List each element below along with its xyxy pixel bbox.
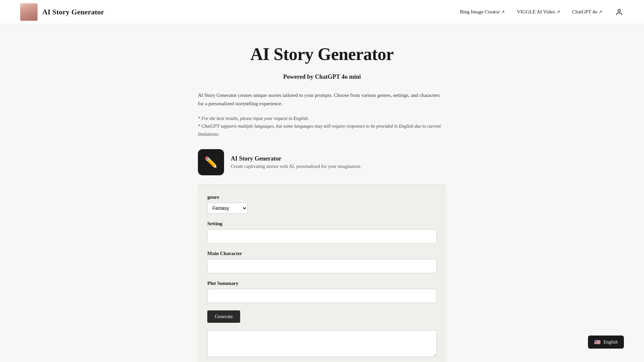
app-card-text: AI Story Generator Create captivating st… [231, 155, 361, 169]
pencil-icon: ✏️ [204, 156, 218, 169]
language-badge[interactable]: 🇺🇸 English [588, 336, 624, 349]
header-nav: Bing Image Creator ↗ VIGGLE AI Video ↗ C… [460, 7, 624, 17]
setting-group: Setting [207, 221, 437, 243]
description-text: AI Story Generator creates unique storie… [198, 91, 446, 108]
header: AI Story Generator Bing Image Creator ↗ … [0, 0, 644, 24]
app-card-name: AI Story Generator [231, 155, 361, 162]
character-label: Main Character [207, 251, 437, 256]
generate-button[interactable]: Generate [207, 310, 240, 323]
plot-input[interactable] [207, 289, 437, 303]
genre-group: genre Fantasy Science Fiction Romance Ho… [207, 194, 437, 214]
chatgpt-link[interactable]: ChatGPT 4o ↗ [572, 9, 602, 15]
external-link-icon: ↗ [599, 9, 602, 15]
character-group: Main Character [207, 251, 437, 273]
header-brand: AI Story Generator [20, 3, 104, 21]
external-link-icon: ↗ [556, 9, 560, 15]
app-icon-box: ✏️ [198, 149, 224, 175]
note-line-2: * ChatGPT supports multiple languages, b… [198, 124, 441, 137]
page-title: AI Story Generator [198, 44, 446, 64]
character-input[interactable] [207, 259, 437, 273]
app-card-description: Create captivating stories with AI, pers… [231, 164, 361, 169]
flag-icon: 🇺🇸 [594, 339, 601, 345]
brand-avatar [20, 3, 38, 21]
plot-label: Plot Summary [207, 281, 437, 286]
note-line-1: * For the best results, please input you… [198, 116, 309, 121]
svg-point-0 [618, 9, 620, 11]
external-link-icon: ↗ [501, 9, 505, 15]
story-form: genre Fantasy Science Fiction Romance Ho… [198, 185, 446, 362]
user-icon[interactable] [614, 7, 624, 17]
language-label: English [603, 340, 618, 345]
app-card: ✏️ AI Story Generator Create captivating… [198, 149, 446, 185]
output-area[interactable] [207, 330, 437, 357]
notes: * For the best results, please input you… [198, 115, 446, 138]
brand-title: AI Story Generator [42, 8, 104, 16]
viggle-ai-video-link[interactable]: VIGGLE AI Video ↗ [517, 9, 560, 15]
plot-group: Plot Summary [207, 281, 437, 303]
genre-label: genre [207, 194, 437, 200]
bing-image-creator-link[interactable]: Bing Image Creator ↗ [460, 9, 505, 15]
powered-by-label: Powered by ChatGPT 4o mini [198, 73, 446, 80]
main-content: AI Story Generator Powered by ChatGPT 4o… [191, 24, 453, 362]
setting-input[interactable] [207, 229, 437, 243]
setting-label: Setting [207, 221, 437, 227]
genre-select[interactable]: Fantasy Science Fiction Romance Horror M… [207, 203, 248, 214]
